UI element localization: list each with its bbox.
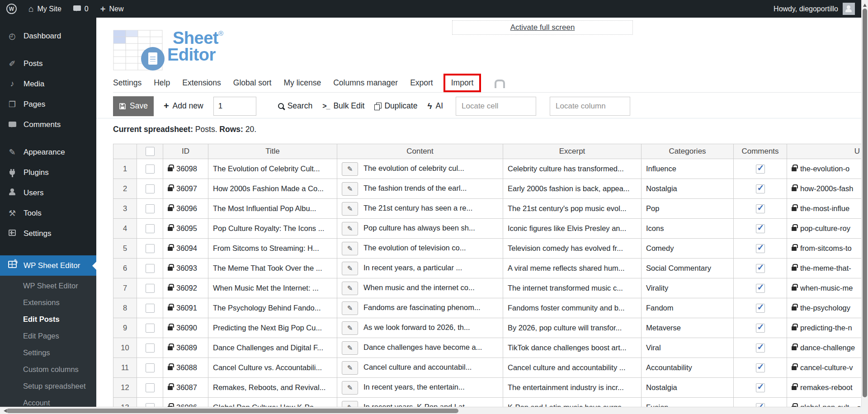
excerpt-cell[interactable]: Cancel culture and accountability ... bbox=[503, 358, 642, 378]
excerpt-cell[interactable]: By 2026, pop culture will transfor... bbox=[503, 318, 642, 338]
comments-cell[interactable]: ✓ bbox=[734, 278, 787, 298]
sidebar-item-media[interactable]: ♪ Media bbox=[0, 74, 96, 94]
row-number-cell[interactable]: 7 bbox=[113, 278, 137, 298]
sidebar-item-posts[interactable]: ✐ Posts bbox=[0, 53, 96, 74]
comments-cell[interactable]: ✓ bbox=[734, 199, 787, 219]
comments-cell[interactable]: ✓ bbox=[734, 358, 787, 378]
categories-cell[interactable]: Nostalgia bbox=[642, 378, 734, 398]
excerpt-cell[interactable]: Fandoms foster community and b... bbox=[503, 298, 642, 318]
menu-my-license[interactable]: My license bbox=[283, 78, 321, 88]
new-content-menu[interactable]: + New bbox=[100, 5, 124, 14]
comments-cell[interactable]: ✓ bbox=[734, 259, 787, 278]
row-checkbox[interactable] bbox=[146, 264, 155, 273]
sidebar-item-comments[interactable]: Comments bbox=[0, 114, 96, 135]
save-button[interactable]: Save bbox=[113, 96, 154, 116]
row-number-cell[interactable]: 2 bbox=[113, 179, 137, 199]
id-cell[interactable]: 36097 bbox=[163, 179, 208, 199]
vertical-scroll-thumb[interactable] bbox=[863, 9, 867, 397]
locate-column-input[interactable] bbox=[550, 97, 630, 116]
edit-content-button[interactable]: ✎ bbox=[342, 341, 358, 355]
slug-cell[interactable]: remakes-reboot bbox=[787, 378, 862, 398]
edit-content-button[interactable]: ✎ bbox=[342, 202, 358, 216]
content-cell[interactable]: ✎Dance challenges have become a... bbox=[337, 338, 503, 358]
slug-cell[interactable]: the-psychology bbox=[787, 298, 862, 318]
edit-content-button[interactable]: ✎ bbox=[342, 361, 358, 375]
title-cell[interactable]: Remakes, Reboots, and Revival... bbox=[208, 378, 337, 398]
row-number-cell[interactable]: 11 bbox=[113, 358, 137, 378]
comments-checkbox[interactable]: ✓ bbox=[756, 343, 765, 353]
content-cell[interactable]: ✎As we look forward to 2026, th... bbox=[337, 318, 503, 338]
scroll-up-arrow-icon[interactable] bbox=[863, 2, 867, 7]
locate-cell-input[interactable] bbox=[456, 97, 536, 116]
row-number-cell[interactable]: 10 bbox=[113, 338, 137, 358]
excerpt-cell[interactable]: Television comedy has evolved fr... bbox=[503, 239, 642, 259]
id-cell[interactable]: 36094 bbox=[163, 239, 208, 259]
comments-checkbox[interactable]: ✓ bbox=[756, 165, 765, 174]
title-cell[interactable]: How 2000s Fashion Made a Co... bbox=[208, 179, 337, 199]
horizontal-scroll-thumb[interactable] bbox=[6, 409, 458, 413]
slug-cell[interactable]: pop-culture-roy bbox=[787, 219, 862, 239]
row-select-cell[interactable] bbox=[137, 199, 163, 219]
duplicate-button[interactable]: Duplicate bbox=[374, 101, 417, 111]
categories-cell[interactable]: Fusion bbox=[642, 398, 734, 407]
row-number-cell[interactable]: 1 bbox=[113, 159, 137, 179]
slug-cell[interactable]: the-most-influe bbox=[787, 199, 862, 219]
sidebar-item-settings[interactable]: Settings bbox=[0, 223, 96, 244]
id-cell[interactable]: 36096 bbox=[163, 199, 208, 219]
row-checkbox[interactable] bbox=[146, 403, 155, 407]
id-cell[interactable]: 36086 bbox=[163, 398, 208, 407]
row-select-cell[interactable] bbox=[137, 378, 163, 398]
menu-import[interactable]: Import bbox=[451, 78, 474, 87]
row-checkbox[interactable] bbox=[146, 304, 155, 313]
title-cell[interactable]: Predicting the Next Big Pop Cu... bbox=[208, 318, 337, 338]
content-cell[interactable]: ✎In recent years, K-Pop and Lat... bbox=[337, 398, 503, 407]
search-button[interactable]: Search bbox=[278, 101, 312, 111]
sidebar-item-dashboard[interactable]: ◴ Dashboard bbox=[0, 26, 96, 46]
row-checkbox[interactable] bbox=[146, 363, 155, 372]
comments-checkbox[interactable]: ✓ bbox=[756, 284, 765, 293]
content-cell[interactable]: ✎The evolution of television co... bbox=[337, 239, 503, 259]
slug-cell[interactable]: predicting-the-n bbox=[787, 318, 862, 338]
comments-admin-link[interactable]: 0 bbox=[73, 5, 89, 13]
slug-cell[interactable]: cancel-culture-v bbox=[787, 358, 862, 378]
categories-cell[interactable]: Comedy bbox=[642, 239, 734, 259]
row-select-cell[interactable] bbox=[137, 278, 163, 298]
select-all-header[interactable] bbox=[137, 144, 163, 159]
edit-content-button[interactable]: ✎ bbox=[342, 182, 358, 196]
add-new-button[interactable]: + Add new bbox=[164, 101, 203, 111]
excerpt-cell[interactable]: Iconic figures like Elvis Presley an... bbox=[503, 219, 642, 239]
row-number-cell[interactable]: 9 bbox=[113, 318, 137, 338]
my-site-link[interactable]: ⌂ My Site bbox=[28, 5, 61, 13]
submenu-settings[interactable]: Settings bbox=[0, 344, 96, 361]
title-cell[interactable]: When Music Met the Internet: ... bbox=[208, 278, 337, 298]
excerpt-cell[interactable]: K-Pop and Latin music have surge... bbox=[503, 398, 642, 407]
categories-header[interactable]: Categories bbox=[642, 144, 734, 159]
id-cell[interactable]: 36098 bbox=[163, 159, 208, 179]
excerpt-cell[interactable]: A viral meme reflects shared hum... bbox=[503, 259, 642, 278]
edit-content-button[interactable]: ✎ bbox=[342, 282, 358, 295]
row-checkbox[interactable] bbox=[146, 244, 155, 253]
menu-export[interactable]: Export bbox=[410, 78, 433, 88]
row-select-cell[interactable] bbox=[137, 318, 163, 338]
comments-checkbox[interactable]: ✓ bbox=[756, 224, 765, 233]
menu-columns-manager[interactable]: Columns manager bbox=[333, 78, 398, 88]
submenu-edit-pages[interactable]: Edit Pages bbox=[0, 328, 96, 344]
row-select-cell[interactable] bbox=[137, 179, 163, 199]
content-cell[interactable]: ✎The fashion trends of the earl... bbox=[337, 179, 503, 199]
row-select-cell[interactable] bbox=[137, 219, 163, 239]
excerpt-cell[interactable]: The internet transformed music c... bbox=[503, 278, 642, 298]
edit-content-button[interactable]: ✎ bbox=[342, 321, 358, 335]
title-cell[interactable]: Cancel Culture vs. Accountabili... bbox=[208, 358, 337, 378]
title-cell[interactable]: Dance Challenges and Digital F... bbox=[208, 338, 337, 358]
categories-cell[interactable]: Pop bbox=[642, 199, 734, 219]
edit-content-button[interactable]: ✎ bbox=[342, 262, 358, 275]
id-cell[interactable]: 36091 bbox=[163, 298, 208, 318]
categories-cell[interactable]: Metaverse bbox=[642, 318, 734, 338]
ai-button[interactable]: ϟ AI bbox=[427, 101, 443, 111]
categories-cell[interactable]: Nostalgia bbox=[642, 179, 734, 199]
row-checkbox[interactable] bbox=[146, 224, 155, 233]
edit-content-button[interactable]: ✎ bbox=[342, 222, 358, 235]
edit-content-button[interactable]: ✎ bbox=[342, 242, 358, 255]
content-cell[interactable]: ✎In recent years, a particular ... bbox=[337, 259, 503, 278]
title-cell[interactable]: The Most Influential Pop Albu... bbox=[208, 199, 337, 219]
